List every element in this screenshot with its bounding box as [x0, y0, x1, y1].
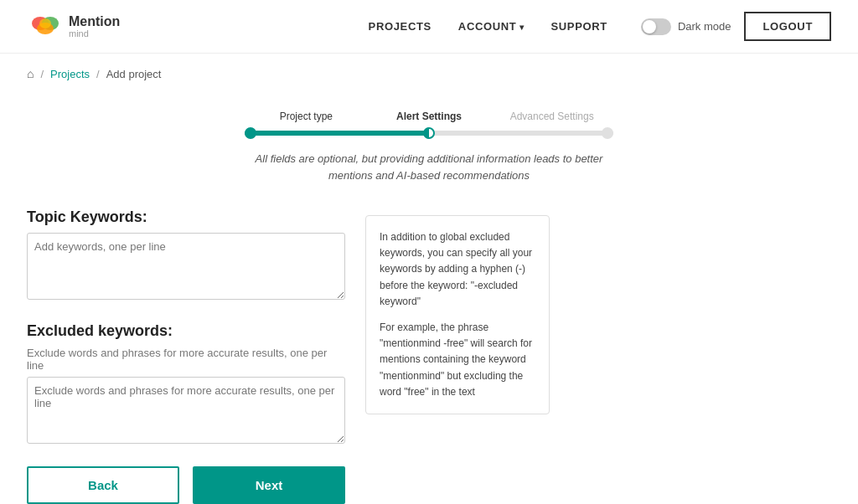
logo-icon: [27, 8, 64, 45]
excluded-keywords-title: Excluded keywords:: [27, 322, 345, 340]
header: Mention mind PROJECTS ACCOUNT SUPPORT Da…: [0, 0, 858, 54]
step-dot-2: [423, 127, 435, 139]
main-content: Project type Alert Settings Advanced Set…: [0, 94, 858, 504]
progress-container: Project type Alert Settings Advanced Set…: [27, 111, 831, 183]
next-button[interactable]: Next: [193, 466, 345, 504]
dark-mode-label: Dark mode: [678, 20, 731, 33]
dark-mode-toggle[interactable]: Dark mode: [641, 18, 731, 35]
breadcrumb-sep-1: /: [40, 68, 44, 80]
main-nav: PROJECTS ACCOUNT SUPPORT: [369, 20, 607, 33]
nav-support[interactable]: SUPPORT: [551, 20, 607, 33]
step-dot-1: [245, 127, 256, 139]
breadcrumb: ⌂ / Projects / Add project: [0, 54, 858, 94]
nav-projects[interactable]: PROJECTS: [369, 20, 432, 33]
home-icon[interactable]: ⌂: [27, 67, 34, 80]
excluded-keywords-field-label: Exclude words and phrases for more accur…: [27, 347, 345, 372]
step-dot-3: [602, 127, 613, 139]
tip-paragraph-1: In addition to global excluded keywords,…: [380, 229, 535, 310]
excluded-keywords-input[interactable]: [27, 377, 345, 444]
step-label-2: Alert Settings: [368, 111, 491, 122]
steps-labels: Project type Alert Settings Advanced Set…: [245, 111, 613, 122]
logout-button[interactable]: LOGOUT: [744, 12, 831, 41]
step-label-3: Advanced Settings: [490, 111, 613, 122]
tip-paragraph-2: For example, the phrase "mentionmind -fr…: [380, 320, 535, 400]
nav-account[interactable]: ACCOUNT: [458, 20, 525, 33]
topic-keywords-section: Topic Keywords:: [27, 208, 345, 302]
logo-sub: mind: [69, 28, 120, 39]
progress-note-line1: All fields are optional, but providing a…: [256, 152, 603, 165]
logo-text-block: Mention mind: [69, 15, 120, 39]
svg-point-3: [39, 18, 51, 28]
breadcrumb-projects-link[interactable]: Projects: [50, 68, 90, 80]
step-dots: [245, 127, 613, 139]
toggle-switch[interactable]: [641, 18, 671, 35]
button-row: Back Next: [27, 466, 345, 504]
topic-keywords-title: Topic Keywords:: [27, 208, 345, 226]
progress-note-line2: mentions and AI-based recommendations: [328, 169, 530, 182]
excluded-keywords-section: Excluded keywords: Exclude words and phr…: [27, 322, 345, 446]
logo-area: Mention mind: [27, 8, 120, 45]
header-right: Dark mode LOGOUT: [641, 12, 831, 41]
toggle-knob: [643, 20, 656, 33]
progress-note: All fields are optional, but providing a…: [256, 151, 603, 183]
step-label-1: Project type: [245, 111, 368, 122]
tip-box: In addition to global excluded keywords,…: [365, 215, 550, 414]
back-button[interactable]: Back: [27, 466, 179, 504]
breadcrumb-current: Add project: [106, 68, 162, 80]
breadcrumb-sep-2: /: [96, 68, 100, 80]
topic-keywords-input[interactable]: [27, 233, 345, 300]
logo-name: Mention: [69, 15, 120, 28]
form-area: Topic Keywords: Excluded keywords: Exclu…: [27, 208, 831, 504]
progress-track: [245, 131, 613, 136]
form-main: Topic Keywords: Excluded keywords: Exclu…: [27, 208, 345, 504]
